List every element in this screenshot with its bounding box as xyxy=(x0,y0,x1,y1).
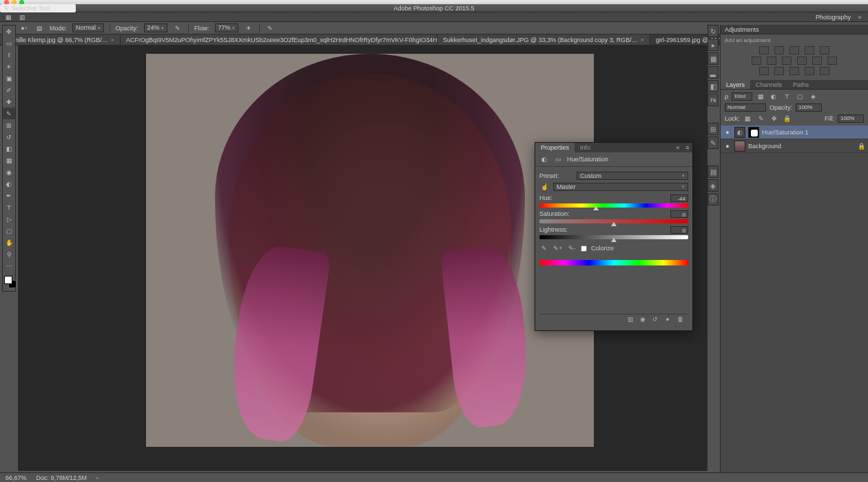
swatches-panel-icon[interactable]: ▤ xyxy=(707,165,719,178)
hue-value-input[interactable]: -44 xyxy=(670,194,688,202)
paths-tab[interactable]: Paths xyxy=(787,80,814,89)
panel-menu-icon[interactable]: ≡ xyxy=(683,143,692,152)
lightness-value-input[interactable]: 0 xyxy=(670,226,688,234)
brushes-panel-icon[interactable]: ✎ xyxy=(707,137,719,149)
curves-icon[interactable] xyxy=(789,46,799,54)
opacity-input[interactable]: 24% ▾ xyxy=(144,23,168,32)
slider-thumb[interactable] xyxy=(611,222,617,226)
path-select-tool[interactable]: ▷ xyxy=(3,213,15,225)
mask-thumb[interactable] xyxy=(748,127,759,138)
bridge-icon[interactable]: ▥ xyxy=(17,12,27,22)
layer-name[interactable]: Hue/Saturation 1 xyxy=(762,129,809,136)
visibility-toggle-icon[interactable]: ● xyxy=(723,129,732,136)
channels-tab[interactable]: Channels xyxy=(750,80,787,89)
styles-panel-icon[interactable]: ◈ xyxy=(707,179,719,192)
photo-filter-icon[interactable] xyxy=(797,57,807,65)
filter-kind-select[interactable]: Kind xyxy=(732,92,752,101)
pen-tool[interactable]: ✒ xyxy=(3,190,15,201)
layer-row[interactable]: ● Background 🔒 xyxy=(721,139,868,153)
close-tab-icon[interactable]: × xyxy=(111,37,114,43)
saturation-slider[interactable] xyxy=(539,219,688,223)
color-swatches[interactable] xyxy=(3,274,15,291)
libraries-panel-icon[interactable]: ⊞ xyxy=(707,123,719,135)
filter-type-icon[interactable]: T xyxy=(782,92,792,101)
actions-panel-icon[interactable]: ▸ xyxy=(707,39,719,51)
channel-mixer-icon[interactable] xyxy=(812,57,822,65)
layer-row[interactable]: ● ◐ Hue/Saturation 1 xyxy=(721,125,868,139)
shape-tool[interactable]: ▢ xyxy=(3,225,15,237)
colorize-checkbox[interactable] xyxy=(581,245,587,252)
history-panel-icon[interactable]: ↻ xyxy=(707,25,719,37)
lock-all-icon[interactable]: 🔒 xyxy=(783,114,792,123)
lock-position-icon[interactable]: ✥ xyxy=(769,114,779,123)
slider-thumb[interactable] xyxy=(611,238,617,242)
layer-thumb[interactable] xyxy=(734,141,745,152)
brush-size-picker[interactable]: ● ▾ xyxy=(19,23,29,33)
selective-color-icon[interactable] xyxy=(820,67,829,75)
zoom-tool[interactable]: ⚲ xyxy=(3,248,15,260)
filter-smart-icon[interactable]: ◈ xyxy=(808,92,818,101)
eyedropper-icon[interactable]: ✎ xyxy=(539,243,549,253)
adjustment-icon[interactable]: ◐ xyxy=(539,154,549,164)
close-tab-icon[interactable]: × xyxy=(641,37,644,43)
lock-transparency-icon[interactable]: ▦ xyxy=(743,114,753,123)
move-tool[interactable]: ✥ xyxy=(3,26,15,37)
histogram-panel-icon[interactable]: ▂ xyxy=(707,66,719,79)
toggle-visibility-icon[interactable]: ● xyxy=(663,316,672,324)
status-menu-icon[interactable]: ▸ xyxy=(96,475,99,481)
brush-panel-icon[interactable]: ▤ xyxy=(34,23,44,33)
edit-toolbar-icon[interactable]: ⋯ xyxy=(3,260,15,272)
clip-to-layer-icon[interactable]: ▥ xyxy=(626,316,634,324)
vibrance-icon[interactable] xyxy=(820,46,829,54)
typekit-panel-icon[interactable]: Tk xyxy=(707,94,719,106)
opacity-pressure-icon[interactable]: ✎ xyxy=(173,23,183,33)
properties-panel[interactable]: Properties Info « ≡ ◐ ▭ Hue/Saturation P… xyxy=(535,142,693,331)
workspace-menu-icon[interactable]: » xyxy=(855,12,865,22)
airbrush-icon[interactable]: ✈ xyxy=(244,23,254,33)
zoom-level[interactable]: 66,67% xyxy=(6,474,27,481)
visibility-toggle-icon[interactable]: ● xyxy=(723,143,732,150)
hand-tool[interactable]: ✋ xyxy=(3,237,15,248)
document-size[interactable]: Doc: 9,78M/12,5M xyxy=(37,474,87,481)
eyedropper-tool[interactable]: ✐ xyxy=(3,84,15,96)
type-tool[interactable]: T xyxy=(3,201,15,213)
preset-select[interactable]: Custom▾ xyxy=(577,172,688,180)
eyedropper-subtract-icon[interactable]: ✎- xyxy=(567,243,577,253)
layer-opacity-input[interactable]: 100% xyxy=(796,103,822,112)
color-panel-icon[interactable]: ◧ xyxy=(707,80,719,92)
saturation-value-input[interactable]: 0 xyxy=(670,210,688,218)
fill-input[interactable]: 100% xyxy=(838,114,864,123)
slider-thumb[interactable] xyxy=(593,206,599,210)
previous-state-icon[interactable]: ◉ xyxy=(639,316,647,324)
workspace-label[interactable]: Photography xyxy=(816,14,851,21)
lock-pixels-icon[interactable]: ✎ xyxy=(756,114,766,123)
eraser-tool[interactable]: ◧ xyxy=(3,143,15,154)
healing-brush-tool[interactable]: ✚ xyxy=(3,96,15,108)
invert-icon[interactable] xyxy=(759,67,769,75)
clone-stamp-tool[interactable]: ⊞ xyxy=(3,119,15,131)
navigator-panel-icon[interactable]: ▦ xyxy=(707,52,719,65)
dodge-tool[interactable]: ◐ xyxy=(3,178,15,190)
info-panel-icon[interactable]: ⓘ xyxy=(707,193,719,205)
collapse-panel-icon[interactable]: « xyxy=(673,143,683,152)
filter-pixel-icon[interactable]: ▦ xyxy=(756,92,765,101)
crop-tool[interactable]: ▣ xyxy=(3,72,15,84)
lasso-tool[interactable]: ℓ xyxy=(3,49,15,61)
posterize-icon[interactable] xyxy=(774,67,784,75)
adjustments-panel-header[interactable]: Adjustments xyxy=(721,25,868,34)
tablet-pressure-icon[interactable]: ✎ xyxy=(265,23,275,33)
quick-select-tool[interactable]: ✶ xyxy=(3,61,15,72)
blend-mode-select[interactable]: Normal xyxy=(725,103,766,112)
color-lookup-icon[interactable] xyxy=(827,57,837,65)
eyedropper-add-icon[interactable]: ✎+ xyxy=(553,243,563,253)
marquee-tool[interactable]: ▭ xyxy=(3,37,15,49)
reset-icon[interactable]: ↺ xyxy=(651,316,659,324)
foreground-color[interactable] xyxy=(4,276,12,284)
threshold-icon[interactable] xyxy=(789,67,799,75)
info-tab[interactable]: Info xyxy=(575,143,596,152)
targeted-adjustment-icon[interactable]: ☝ xyxy=(539,182,549,192)
lightness-slider[interactable] xyxy=(539,235,688,239)
filter-shape-icon[interactable]: ▢ xyxy=(795,92,805,101)
document-tab[interactable]: Pernille Klemp.jpg @ 66,7% (RGB/…× xyxy=(0,34,121,45)
history-brush-tool[interactable]: ↺ xyxy=(3,131,15,143)
